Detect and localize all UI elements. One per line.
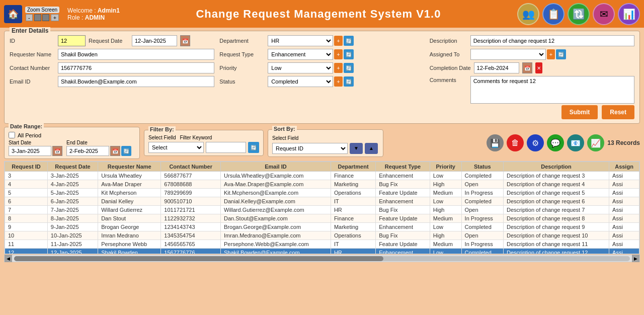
contact-input[interactable] (58, 62, 214, 73)
request-date-calendar-button[interactable]: 📅 (180, 35, 190, 46)
zoom-maximize-button[interactable]: + (51, 14, 59, 21)
table-cell: Assi (609, 223, 639, 231)
table-cell: 789299699 (161, 189, 221, 197)
outlook-button[interactable]: 📧 (567, 134, 584, 151)
table-row[interactable]: 99-Jan-2025Brogan George1234143743Brogan… (5, 223, 639, 231)
requester-name-input[interactable] (58, 49, 214, 60)
assigned-to-wrapper: + 🔄 (470, 49, 566, 60)
completion-date-calendar-button[interactable]: 📅 (522, 62, 532, 73)
assigned-to-select[interactable] (470, 49, 546, 60)
request-date-input[interactable] (132, 35, 177, 46)
table-cell: Persephone.Webb@Example.com (221, 240, 331, 249)
table-cell: Open (461, 231, 503, 240)
end-date-calendar-button[interactable]: 📅 (110, 146, 120, 156)
table-cell: 9 (5, 223, 48, 231)
contact-label: Contact Number (10, 65, 55, 71)
start-date-input[interactable] (9, 146, 51, 156)
table-cell: Operations (331, 189, 375, 197)
table-cell: Marketing (331, 180, 375, 189)
assigned-to-refresh-button[interactable]: 🔄 (556, 49, 566, 59)
whatsapp-button[interactable]: 💬 (547, 134, 564, 151)
table-row[interactable]: 1111-Jan-2025Persephone Webb1456565765Pe… (5, 240, 639, 249)
department-refresh-button[interactable]: 🔄 (344, 36, 354, 46)
excel-button[interactable]: 📈 (587, 134, 604, 151)
request-type-add-button[interactable]: + (334, 49, 342, 59)
table-row[interactable]: 88-Jan-2025Dan Stout1122932732Dan.Stout@… (5, 214, 639, 223)
table-row[interactable]: 33-Jan-2025Ursula Wheatley566877677Ursul… (5, 172, 639, 180)
table-row[interactable]: 77-Jan-2025Willard Gutierrez1011721721Wi… (5, 206, 639, 214)
table-cell: Enhancement (376, 223, 430, 231)
table-row[interactable]: 44-Jan-2025Ava-Mae Draper678088688Ava-Ma… (5, 180, 639, 189)
table-cell: 900510710 (161, 197, 221, 206)
horizontal-scrollbar[interactable]: ◀ ▶ (4, 255, 640, 262)
table-cell: Bug Fix (376, 206, 430, 214)
table-cell: 11 (5, 240, 48, 249)
sort-desc-button[interactable]: ▼ (350, 143, 363, 154)
list-icon-button[interactable]: 📋 (542, 3, 565, 25)
completion-date-input[interactable] (474, 62, 519, 73)
sort-asc-button[interactable]: ▲ (365, 143, 378, 154)
requester-name-label: Requester Name (10, 51, 55, 57)
table-cell: 4 (5, 180, 48, 189)
table-cell: Low (430, 197, 461, 206)
start-date-calendar-button[interactable]: 📅 (52, 146, 62, 156)
users-icon-button[interactable]: 👥 (517, 3, 539, 25)
table-row[interactable]: 1212-Jan-2025Shakil Bowden1567776776Shak… (5, 249, 639, 255)
col-status: Status (461, 162, 503, 172)
table-cell: Medium (430, 189, 461, 197)
description-input[interactable] (470, 35, 634, 46)
chart-icon-button[interactable]: 📊 (618, 3, 640, 25)
date-range-refresh-button[interactable]: 🔄 (121, 146, 131, 156)
message-icon-button[interactable]: ✉ (593, 3, 615, 25)
filter-keyword-input[interactable] (206, 142, 246, 153)
table-cell: Completed (461, 223, 503, 231)
id-input[interactable] (58, 35, 86, 46)
table-cell: HR (331, 206, 375, 214)
table-cell: Enhancement (376, 172, 430, 180)
priority-wrapper: Low Medium High + 🔄 (268, 62, 353, 73)
email-row: Email ID (10, 76, 214, 87)
reset-button[interactable]: Reset (602, 105, 634, 119)
completion-date-row: Completion Date 📅 ✕ (430, 62, 634, 73)
all-period-checkbox[interactable] (9, 132, 15, 138)
priority-refresh-button[interactable]: 🔄 (344, 63, 354, 73)
table-row[interactable]: 1010-Jan-2025Imran Medrano1345354754Imra… (5, 231, 639, 240)
delete-button[interactable]: 🗑 (507, 134, 524, 151)
request-type-select[interactable]: Enhancement Bug Fix Feature Update (268, 49, 333, 60)
end-date-input[interactable] (66, 146, 109, 156)
priority-select[interactable]: Low Medium High (268, 62, 333, 73)
refresh-icon-button[interactable]: 🔃 (568, 3, 590, 25)
scroll-right-button[interactable]: ▶ (632, 255, 639, 262)
submit-button[interactable]: Submit (561, 105, 598, 119)
sort-field-select[interactable]: Request ID Request Date Requester Name P… (272, 143, 348, 154)
priority-add-button[interactable]: + (334, 63, 342, 73)
table-cell: 1011721721 (161, 206, 221, 214)
status-add-button[interactable]: + (334, 76, 342, 87)
filter-refresh-button[interactable]: 🔄 (248, 142, 259, 153)
department-add-button[interactable]: + (334, 36, 342, 46)
request-type-row: Request Type Enhancement Bug Fix Feature… (219, 49, 424, 60)
request-type-refresh-button[interactable]: 🔄 (344, 49, 354, 59)
table-cell: 5-Jan-2025 (47, 189, 98, 197)
table-row[interactable]: 55-Jan-2025Kit Mcpherson789299699Kit.Mcp… (5, 189, 639, 197)
comments-textarea[interactable]: Comments for request 12 (470, 76, 634, 104)
filter-by-box: Filter By: Select Fielld Filter Keyword … (144, 130, 264, 156)
scrollbar-thumb[interactable] (14, 256, 383, 261)
assigned-to-add-button[interactable]: + (547, 49, 555, 59)
scroll-left-button[interactable]: ◀ (5, 255, 12, 262)
zoom-minimize-button[interactable]: - (26, 14, 33, 21)
department-select[interactable]: HR Finance IT Marketing Operations (268, 35, 333, 46)
col-assign: Assign (609, 162, 639, 172)
status-select[interactable]: Completed Open In Progress (268, 76, 333, 87)
status-refresh-button[interactable]: 🔄 (344, 76, 354, 87)
table-cell: 3 (5, 172, 48, 180)
filter-field-select[interactable]: Select Request ID Requester Name Departm… (148, 142, 204, 153)
settings-button[interactable]: ⚙ (527, 134, 544, 151)
col-requester-name: Requester Name (98, 162, 161, 172)
table-cell: 678088688 (161, 180, 221, 189)
save-button[interactable]: 💾 (487, 134, 504, 151)
email-input[interactable] (58, 76, 214, 87)
completion-date-clear-button[interactable]: ✕ (535, 62, 542, 73)
table-row[interactable]: 66-Jan-2025Danial Kelley900510710Danial.… (5, 197, 639, 206)
table-cell: 1345354754 (161, 231, 221, 240)
